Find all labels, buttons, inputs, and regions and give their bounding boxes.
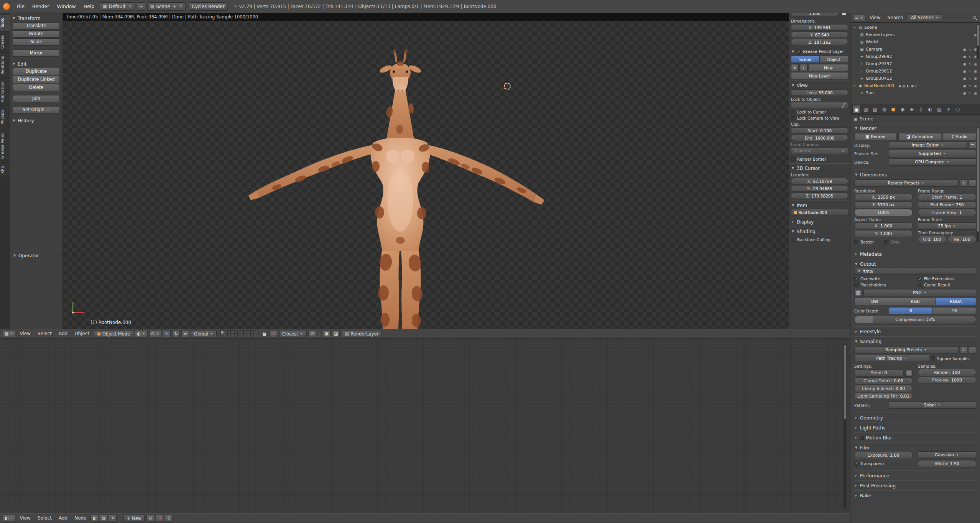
remove-preset-button[interactable]: − (969, 179, 976, 187)
depth-16[interactable]: 16 (933, 307, 977, 314)
restrict-view-icon[interactable]: ● (963, 84, 966, 88)
viewport-canvas[interactable]: Time:00:57.05 | Mem:384.09M, Peak:384.09… (63, 13, 789, 329)
panel-bake[interactable]: ▸Bake (854, 490, 977, 500)
restrict-view-icon[interactable]: ● (963, 77, 966, 81)
lens-field[interactable]: Lens:35.000 (791, 89, 848, 96)
panel-transform-header[interactable]: ▼ Transform (12, 15, 61, 22)
eyedropper-icon[interactable]: ╱ (842, 103, 845, 108)
resolution-y-field[interactable]: Y:3300 px (854, 201, 913, 209)
editor-type-button[interactable]: ≡▾ (853, 14, 865, 21)
tab-modifiers[interactable]: ◈ (908, 105, 916, 113)
outliner-row-renderlayers[interactable]: ▥ RenderLayers ▣ (851, 31, 979, 38)
scale-z-field[interactable]: 1.000 (791, 13, 839, 16)
square-samples-checkbox[interactable]: Square Samples (931, 355, 976, 362)
placeholders-checkbox[interactable]: Placeholders (854, 282, 913, 288)
lock-to-scene-icon[interactable] (263, 333, 266, 336)
outliner-row-world[interactable]: ◍ World (851, 38, 979, 46)
outliner-row-group30412[interactable]: + Group30412 ●↖▣ (851, 75, 979, 82)
restrict-view-icon[interactable]: ● (963, 48, 966, 51)
panel-sampling-header[interactable]: ▼ Sampling (854, 338, 976, 345)
channels-rgba[interactable]: RGBA (936, 298, 976, 305)
lock-to-object-field[interactable]: ╱ (791, 102, 848, 109)
translate-button[interactable]: Translate (13, 22, 60, 30)
add-preset-button[interactable]: + (960, 346, 967, 354)
overwrite-checkbox[interactable]: ✓Overwrite (854, 276, 913, 282)
frame-step-field[interactable]: Frame Step:1 (918, 209, 976, 216)
pencil-icon-button[interactable]: ✎ (791, 64, 799, 71)
checkbox-box[interactable] (860, 436, 864, 440)
add-layer-icon-button[interactable]: + (800, 64, 807, 71)
panel-dimensions-header[interactable]: ▼ Dimensions (854, 171, 976, 178)
restrict-view-icon[interactable]: ● (963, 62, 966, 66)
mirror-button[interactable]: Mirror (13, 49, 60, 57)
outliner-row-group29797[interactable]: + Group29797 ●↖▣ (851, 60, 979, 67)
render-border-checkbox[interactable]: Render Border (791, 156, 848, 162)
render-button[interactable]: ▣Render (854, 133, 897, 140)
close-icon[interactable]: × (179, 4, 183, 9)
format-icon-button[interactable]: ▥ (854, 289, 862, 296)
cursor-x-field[interactable]: X:52.10759 (791, 178, 848, 184)
pivot-center-button[interactable]: ⊙▾ (149, 330, 161, 337)
render-layer-chip[interactable]: ▥ RenderLayer (342, 330, 381, 337)
scale-button[interactable]: Scale (13, 38, 60, 46)
start-frame-field[interactable]: Start Frame:1 (918, 194, 976, 201)
exposure-field[interactable]: Exposure:1.00 (854, 452, 913, 459)
layer-group-1[interactable] (220, 331, 238, 337)
backface-culling-checkbox[interactable]: Backface Culling (791, 237, 848, 243)
orientation-select[interactable]: Global▾ (191, 330, 217, 337)
select-menu[interactable]: Select (35, 329, 55, 338)
panel-motion-blur[interactable]: ▸Motion Blur (854, 433, 977, 442)
menu-help[interactable]: Help (80, 0, 98, 13)
properties-scrollbar[interactable] (977, 127, 979, 242)
add-preset-button[interactable]: + (960, 179, 967, 187)
tab-constraints[interactable]: ◉ (898, 105, 907, 113)
tab-particles[interactable]: ∗ (944, 105, 953, 113)
viewport-shading-button[interactable]: ◐▾ (135, 330, 148, 337)
restrict-render-icon[interactable]: ▣ (973, 62, 977, 66)
outliner-row-sun[interactable]: ☀ Sun ●↖▣ (851, 89, 979, 97)
add-menu[interactable]: Add (56, 329, 71, 338)
mode-select[interactable]: ■ Object Mode (94, 330, 133, 337)
set-origin-dropdown[interactable]: Set Origin ⇕ (13, 106, 60, 113)
rotate-button[interactable]: Rotate (13, 30, 60, 38)
new-material-button[interactable]: + New (123, 515, 145, 522)
cursor-z-field[interactable]: Z:179.58205 (791, 192, 848, 199)
tab-object[interactable]: ■ (889, 105, 898, 113)
menu-render[interactable]: Render (29, 0, 53, 13)
toolshelf-tab-tools[interactable]: Tools (0, 14, 10, 31)
remap-old-field[interactable]: Old:100 (918, 236, 946, 243)
join-button[interactable]: Join (13, 95, 60, 102)
display-select[interactable]: Image Editor▾ (889, 141, 967, 149)
panel-grease-pencil-header[interactable]: ▼ ✓ Grease Pencil Layer (791, 48, 848, 55)
outliner-row-camera[interactable]: ▣ Camera ●↖▣ (851, 46, 979, 53)
dimension-x-field[interactable]: X:149.561 (791, 24, 848, 31)
add-scene-icon[interactable]: + (173, 4, 176, 9)
duplicate-button[interactable]: Duplicate (13, 68, 60, 75)
integrator-select[interactable]: Path Tracing▾ (854, 355, 929, 362)
resolution-x-field[interactable]: X:2550 px (854, 194, 913, 201)
panel-view-header[interactable]: ▼ View (791, 82, 848, 89)
panel-freestyle[interactable]: ▸Freestyle (854, 326, 977, 336)
feature-set-select[interactable]: Supported▾ (889, 150, 976, 157)
seed-animate-button[interactable]: ◷ (905, 369, 913, 377)
snap-mode-select[interactable]: Closest▾ (279, 330, 307, 337)
render-engine-select[interactable]: Cycles Render (189, 2, 228, 11)
render-presets-select[interactable]: Render Presets▾ (854, 179, 959, 187)
item-name-field[interactable]: ■ RootNode.000 (791, 209, 848, 216)
tab-material[interactable]: ◐ (926, 105, 934, 113)
outliner-row-group29812[interactable]: + Group29812 ●↖▣ (851, 67, 979, 75)
tab-scene[interactable]: ▤ (871, 105, 879, 113)
tab-texture[interactable]: ▨ (935, 105, 944, 113)
add-menu[interactable]: Add (56, 514, 71, 523)
panel-shading-header[interactable]: ▼ Shading (791, 228, 848, 235)
toolshelf-tab-relations[interactable]: Relations (0, 52, 10, 78)
panel-display-header[interactable]: ▸ Display (791, 218, 848, 225)
toolshelf-tab-create[interactable]: Create (0, 31, 10, 52)
shader-type-lamp-button[interactable]: ☀ (109, 515, 117, 522)
node-editor-canvas[interactable] (0, 339, 850, 513)
editor-type-button[interactable]: ◧▾ (3, 515, 15, 522)
restrict-select-icon[interactable]: ↖ (968, 69, 972, 73)
remove-preset-button[interactable]: − (969, 346, 976, 354)
display-mode-select[interactable]: All Scenes▾ (908, 14, 942, 21)
transparent-checkbox[interactable]: ✓Transparent (854, 461, 913, 467)
